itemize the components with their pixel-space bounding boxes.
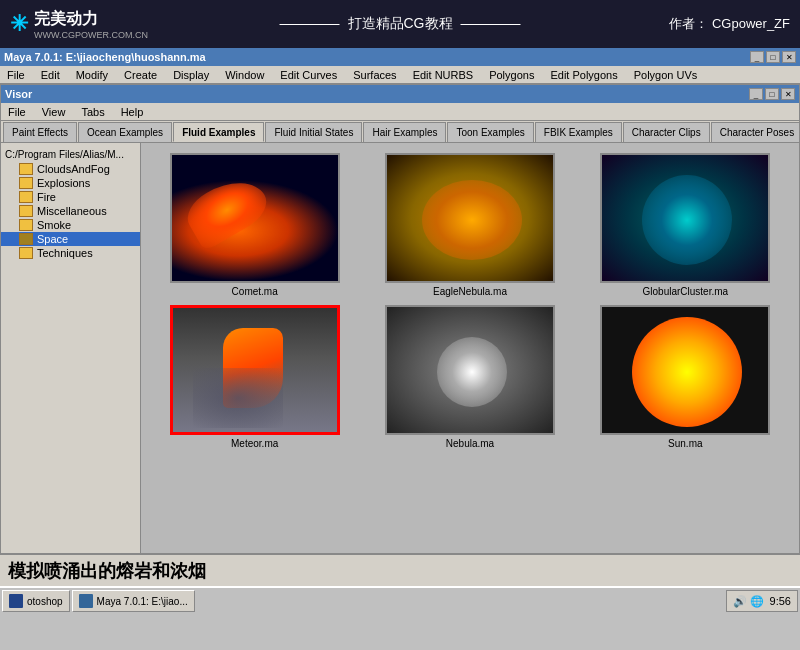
tab-character-poses[interactable]: Character Poses — [711, 122, 799, 142]
thumb-nebula-label: Nebula.ma — [446, 438, 494, 449]
thumb-sun-img — [600, 305, 770, 435]
maya-menubar: FileEditModifyCreateDisplayWindowEdit Cu… — [0, 66, 800, 84]
tab-toon-examples[interactable]: Toon Examples — [447, 122, 533, 142]
maya-menu-surfaces[interactable]: Surfaces — [350, 68, 399, 82]
tab-fluid-examples[interactable]: Fluid Examples — [173, 122, 264, 142]
maya-menu-edit-curves[interactable]: Edit Curves — [277, 68, 340, 82]
visor-title: Visor — [5, 88, 32, 100]
tree-item-miscellaneous[interactable]: Miscellaneous — [1, 204, 140, 218]
minimize-button[interactable]: _ — [750, 51, 764, 63]
system-tray: 🔊 🌐 9:56 — [726, 590, 798, 612]
tree-path: C:/Program Files/Alias/M... — [1, 147, 140, 162]
maya-title: Maya 7.0.1: E:\jiaocheng\huoshann.ma — [4, 51, 206, 63]
banner-center-text: 打造精品CG教程 — [280, 15, 521, 33]
tree-item-techniques[interactable]: Techniques — [1, 246, 140, 260]
maya-menu-edit-polygons[interactable]: Edit Polygons — [547, 68, 620, 82]
thumb-eagle-label: EagleNebula.ma — [433, 286, 507, 297]
thumbnails-panel: Comet.ma EagleNebula.ma GlobularCluster.… — [141, 143, 799, 553]
thumb-item-globular-cluster[interactable]: GlobularCluster.ma — [582, 153, 789, 297]
folder-icon — [19, 233, 33, 245]
close-button[interactable]: ✕ — [782, 51, 796, 63]
tab-ocean-examples[interactable]: Ocean Examples — [78, 122, 172, 142]
maya-menu-create[interactable]: Create — [121, 68, 160, 82]
maya-menu-polygons[interactable]: Polygons — [486, 68, 537, 82]
tree-item-cloudsfog[interactable]: CloudsAndFog — [1, 162, 140, 176]
tab-character-clips[interactable]: Character Clips — [623, 122, 710, 142]
maya-menu-window[interactable]: Window — [222, 68, 267, 82]
thumb-eagle-img — [385, 153, 555, 283]
taskbar-maya[interactable]: Maya 7.0.1: E:\jiao... — [72, 590, 195, 612]
maya-menu-edit-nurbs[interactable]: Edit NURBS — [410, 68, 477, 82]
banner-symbol: ✳ — [10, 11, 28, 37]
tab-fluid-initial-states[interactable]: Fluid Initial States — [265, 122, 362, 142]
tree-item-fire[interactable]: Fire — [1, 190, 140, 204]
thumb-item-meteor[interactable]: Meteor.ma — [151, 305, 358, 449]
tree-item-smoke[interactable]: Smoke — [1, 218, 140, 232]
tab-hair-examples[interactable]: Hair Examples — [363, 122, 446, 142]
visor-menu-help[interactable]: Help — [118, 105, 147, 119]
folder-icon — [19, 219, 33, 231]
banner-logo-text: 完美动力 — [34, 9, 148, 30]
thumb-item-comet[interactable]: Comet.ma — [151, 153, 358, 297]
folder-icon — [19, 247, 33, 259]
top-banner: ✳ 完美动力 WWW.CGPOWER.COM.CN 打造精品CG教程 作者： C… — [0, 0, 800, 48]
visor-menu-tabs[interactable]: Tabs — [78, 105, 107, 119]
tab-paint-effects[interactable]: Paint Effects — [3, 122, 77, 142]
system-tray-icons: 🔊 🌐 — [733, 595, 764, 608]
maya-icon — [79, 594, 93, 608]
banner-logo: ✳ 完美动力 WWW.CGPOWER.COM.CN — [10, 9, 148, 40]
thumb-item-sun[interactable]: Sun.ma — [582, 305, 789, 449]
photoshop-icon — [9, 594, 23, 608]
thumb-comet-img — [170, 153, 340, 283]
maya-menu-display[interactable]: Display — [170, 68, 212, 82]
maya-titlebar: Maya 7.0.1: E:\jiaocheng\huoshann.ma _ □… — [0, 48, 800, 66]
bottom-status: 模拟喷涌出的熔岩和浓烟 — [0, 554, 800, 586]
visor-close-button[interactable]: ✕ — [781, 88, 795, 100]
banner-right-text: 作者： CGpower_ZF — [669, 15, 790, 33]
maya-menu-modify[interactable]: Modify — [73, 68, 111, 82]
visor-menu-view[interactable]: View — [39, 105, 69, 119]
tab-fbik-examples[interactable]: FBIK Examples — [535, 122, 622, 142]
folder-icon — [19, 191, 33, 203]
taskbar: otoshop Maya 7.0.1: E:\jiao... 🔊 🌐 9:56 — [0, 586, 800, 614]
tree-item-space[interactable]: Space — [1, 232, 140, 246]
tree-panel: C:/Program Files/Alias/M... CloudsAndFog… — [1, 143, 141, 553]
thumb-nebula-img — [385, 305, 555, 435]
visor-minimize-button[interactable]: _ — [749, 88, 763, 100]
folder-icon — [19, 163, 33, 175]
taskbar-tray: 🔊 🌐 9:56 — [726, 590, 798, 612]
maya-menu-file[interactable]: File — [4, 68, 28, 82]
visor-window-controls: _ □ ✕ — [749, 88, 795, 100]
tree-item-explosions[interactable]: Explosions — [1, 176, 140, 190]
thumb-globular-label: GlobularCluster.ma — [643, 286, 729, 297]
thumb-item-eagle-nebula[interactable]: EagleNebula.ma — [366, 153, 573, 297]
thumb-grid: Comet.ma EagleNebula.ma GlobularCluster.… — [151, 153, 789, 449]
visor-tabs: Paint Effects Ocean Examples Fluid Examp… — [1, 121, 799, 143]
thumb-sun-label: Sun.ma — [668, 438, 702, 449]
visor-content: C:/Program Files/Alias/M... CloudsAndFog… — [1, 143, 799, 553]
thumb-meteor-img — [170, 305, 340, 435]
visor-menubar: File View Tabs Help — [1, 103, 799, 121]
visor-window: Visor _ □ ✕ File View Tabs Help Paint Ef… — [0, 84, 800, 554]
thumb-meteor-label: Meteor.ma — [231, 438, 278, 449]
status-text: 模拟喷涌出的熔岩和浓烟 — [8, 559, 206, 583]
maximize-button[interactable]: □ — [766, 51, 780, 63]
maya-window-controls: _ □ ✕ — [750, 51, 796, 63]
clock: 9:56 — [770, 595, 791, 607]
banner-logo-sub: WWW.CGPOWER.COM.CN — [34, 30, 148, 40]
thumb-globular-img — [600, 153, 770, 283]
visor-maximize-button[interactable]: □ — [765, 88, 779, 100]
thumb-comet-label: Comet.ma — [232, 286, 278, 297]
visor-menu-file[interactable]: File — [5, 105, 29, 119]
maya-menu-edit[interactable]: Edit — [38, 68, 63, 82]
folder-icon — [19, 177, 33, 189]
thumb-item-nebula[interactable]: Nebula.ma — [366, 305, 573, 449]
folder-icon — [19, 205, 33, 217]
taskbar-photoshop[interactable]: otoshop — [2, 590, 70, 612]
maya-menu-polygon-uvs[interactable]: Polygon UVs — [631, 68, 701, 82]
visor-titlebar: Visor _ □ ✕ — [1, 85, 799, 103]
